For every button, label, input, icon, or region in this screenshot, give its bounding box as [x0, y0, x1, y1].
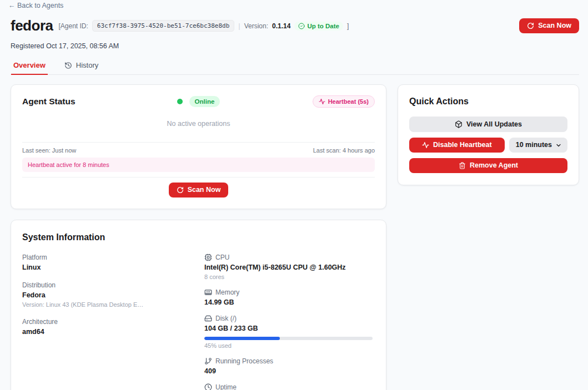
no-active-operations-text: No active operations	[22, 120, 375, 128]
architecture-value: amd64	[22, 328, 204, 336]
platform-field: Platform Linux	[22, 254, 204, 271]
heartbeat-badge: Heartbeat (5s)	[313, 95, 375, 108]
quick-actions-title: Quick Actions	[409, 97, 567, 107]
refresh-icon	[177, 186, 184, 194]
package-icon	[455, 120, 463, 128]
view-all-updates-button[interactable]: View All Updates	[409, 117, 567, 132]
scan-now-label: Scan Now	[538, 22, 571, 29]
version-value: 0.1.14	[272, 22, 290, 30]
processes-icon	[204, 357, 212, 365]
agent-name-title: fedora	[11, 17, 53, 34]
bracket-close: ]	[347, 22, 349, 30]
architecture-label: Architecture	[22, 318, 58, 326]
agent-id-value: 63cf7f38-3975-4520-be51-7ce6bc38e8db	[92, 20, 234, 32]
up-to-date-badge: Up to Date	[294, 22, 343, 31]
agent-id-label: [Agent ID:	[58, 22, 88, 30]
disk-used-text: 45% used	[204, 342, 373, 349]
remove-agent-button[interactable]: Remove Agent	[409, 158, 567, 173]
agent-detail-page: ← Back to Agents fedora [Agent ID: 63cf7…	[0, 0, 588, 390]
scan-now-button-header[interactable]: Scan Now	[519, 18, 579, 33]
system-information-title: System Information	[22, 232, 373, 242]
activity-icon	[319, 98, 325, 105]
tab-overview[interactable]: Overview	[12, 59, 47, 74]
processes-label: Running Processes	[215, 357, 273, 365]
last-scan-text: Last scan: 4 hours ago	[313, 147, 375, 154]
separator: |	[238, 22, 240, 30]
disable-heartbeat-label: Disable Heartbeat	[433, 141, 492, 149]
remove-agent-label: Remove Agent	[470, 162, 518, 169]
distribution-value: Fedora	[22, 291, 204, 299]
online-dot-icon	[177, 99, 183, 104]
check-circle-icon	[298, 23, 305, 29]
disk-usage-fill	[204, 337, 280, 340]
memory-value: 14.99 GB	[204, 298, 373, 306]
disk-value: 104 GB / 233 GB	[204, 325, 373, 332]
refresh-icon	[527, 22, 534, 29]
divider	[22, 142, 375, 143]
last-seen-text: Last seen: Just now	[22, 147, 76, 154]
trash-icon	[459, 162, 466, 169]
processes-value: 409	[204, 367, 373, 375]
up-to-date-label: Up to Date	[307, 23, 339, 29]
heartbeat-duration-value: 10 minutes	[516, 141, 552, 149]
distribution-label: Distribution	[22, 281, 56, 289]
agent-status-title: Agent Status	[22, 97, 177, 107]
activity-icon	[422, 141, 429, 149]
architecture-field: Architecture amd64	[22, 318, 204, 336]
agent-header: fedora [Agent ID: 63cf7f38-3975-4520-be5…	[11, 17, 579, 34]
agent-meta: [Agent ID: 63cf7f38-3975-4520-be51-7ce6b…	[58, 20, 349, 32]
cpu-label: CPU	[215, 254, 229, 261]
platform-value: Linux	[22, 264, 204, 271]
history-icon	[64, 62, 72, 69]
distribution-version: Version: Linux 43 (KDE Plasma Desktop E…	[22, 301, 204, 308]
distribution-field: Distribution Fedora Version: Linux 43 (K…	[22, 281, 204, 308]
uptime-field: Uptime up 2 weeks, 5 days, 7 hours, 18 m…	[204, 383, 373, 390]
cpu-icon	[204, 254, 212, 261]
online-status: Online	[177, 96, 220, 107]
system-information-card: System Information Platform Linux Distri…	[11, 220, 386, 390]
cpu-value: Intel(R) Core(TM) i5-8265U CPU @ 1.60GHz	[204, 264, 373, 271]
online-badge: Online	[189, 96, 220, 107]
platform-label: Platform	[22, 254, 47, 261]
quick-actions-card: Quick Actions View All Updates Disable H…	[398, 84, 579, 185]
tab-history-label: History	[76, 61, 98, 69]
heartbeat-badge-label: Heartbeat (5s)	[328, 98, 369, 105]
disk-usage-bar	[204, 337, 373, 340]
tab-bar: Overview History	[11, 59, 579, 75]
version-label: Version:	[244, 22, 268, 30]
tab-overview-label: Overview	[13, 61, 46, 69]
disk-label: Disk (/)	[215, 315, 237, 322]
scan-now-button-card[interactable]: Scan Now	[169, 183, 229, 197]
memory-icon	[204, 288, 212, 296]
back-to-agents-link[interactable]: ← Back to Agents	[8, 2, 63, 9]
disk-field: Disk (/) 104 GB / 233 GB 45% used	[204, 315, 373, 349]
uptime-label: Uptime	[215, 383, 237, 390]
agent-status-card: Agent Status Online Heartbeat (5s) No ac…	[11, 84, 386, 209]
chevron-down-icon	[555, 142, 562, 149]
disk-icon	[204, 315, 212, 322]
tab-history[interactable]: History	[63, 59, 99, 74]
scan-now-label: Scan Now	[188, 186, 221, 194]
view-all-updates-label: View All Updates	[466, 121, 522, 128]
heartbeat-duration-select[interactable]: 10 minutes	[509, 138, 567, 153]
processes-field: Running Processes 409	[204, 357, 373, 375]
disable-heartbeat-button[interactable]: Disable Heartbeat	[409, 138, 505, 153]
cpu-cores: 8 cores	[204, 273, 373, 280]
registered-date: Registered Oct 17, 2025, 08:56 AM	[11, 42, 579, 50]
memory-field: Memory 14.99 GB	[204, 288, 373, 306]
memory-label: Memory	[215, 288, 239, 296]
cpu-field: CPU Intel(R) Core(TM) i5-8265U CPU @ 1.6…	[204, 254, 373, 280]
divider	[22, 177, 375, 178]
uptime-clock-icon	[204, 383, 212, 390]
heartbeat-active-banner: Heartbeat active for 8 minutes	[22, 158, 375, 172]
